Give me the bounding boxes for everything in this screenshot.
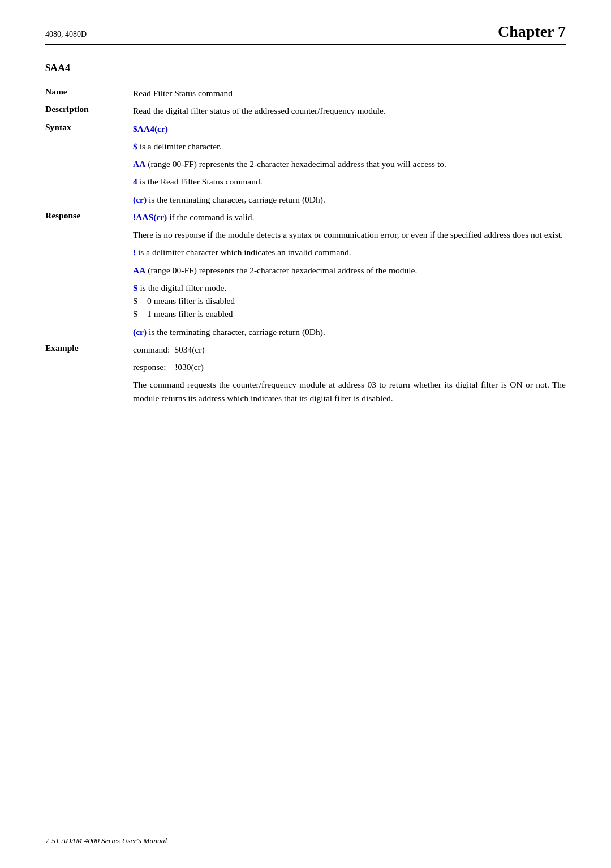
header-model: 4080, 4080D bbox=[45, 30, 87, 39]
table-row: Syntax $AA4(cr) $ is a delimiter charact… bbox=[45, 120, 566, 208]
table-row: Response !AAS(cr) if the command is vali… bbox=[45, 208, 566, 341]
example-description: The command requests the counter/frequen… bbox=[133, 378, 566, 405]
command-value: $034(cr) bbox=[174, 345, 204, 354]
response-label-ex: response: bbox=[133, 362, 166, 372]
syntax-dollar: $ bbox=[133, 141, 137, 151]
example-command-line: command: $034(cr) bbox=[133, 343, 566, 356]
example-label: Example bbox=[45, 341, 133, 407]
response-main: !AAS(cr) bbox=[133, 212, 167, 222]
page: 4080, 4080D Chapter 7 $AA4 Name Read Fil… bbox=[0, 0, 611, 868]
response-exclaim: ! bbox=[133, 247, 136, 257]
example-response-line: response: !030(cr) bbox=[133, 360, 566, 373]
name-value: Read Filter Status command bbox=[133, 84, 566, 102]
syntax-cr: (cr) bbox=[133, 195, 147, 204]
name-label: Name bbox=[45, 84, 133, 102]
footer-text: 7-51 ADAM 4000 Series User's Manual bbox=[45, 836, 167, 845]
header-chapter: Chapter 7 bbox=[498, 23, 566, 41]
syntax-aa: AA bbox=[133, 159, 145, 169]
response-s: S bbox=[133, 283, 138, 293]
table-row: Example command: $034(cr) response: !030… bbox=[45, 341, 566, 407]
syntax-main: $AA4(cr) bbox=[133, 124, 168, 134]
syntax-4: 4 bbox=[133, 177, 137, 186]
description-value: Read the digital filter status of the ad… bbox=[133, 102, 566, 119]
response-value-ex: !030(cr) bbox=[175, 362, 204, 372]
response-aa: AA bbox=[133, 265, 145, 275]
table-row: Name Read Filter Status command bbox=[45, 84, 566, 102]
syntax-value: $AA4(cr) $ is a delimiter character. AA … bbox=[133, 120, 566, 208]
response-value: !AAS(cr) if the command is valid. There … bbox=[133, 208, 566, 341]
response-cr: (cr) bbox=[133, 327, 147, 337]
response-label: Response bbox=[45, 208, 133, 341]
page-footer: 7-51 ADAM 4000 Series User's Manual bbox=[45, 836, 167, 845]
page-header: 4080, 4080D Chapter 7 bbox=[45, 23, 566, 45]
content-table: Name Read Filter Status command Descript… bbox=[45, 84, 566, 407]
section-title: $AA4 bbox=[45, 62, 566, 74]
command-label: command: bbox=[133, 345, 170, 354]
example-value: command: $034(cr) response: !030(cr) The… bbox=[133, 341, 566, 407]
chapter-label: Chapter bbox=[498, 23, 554, 40]
chapter-number: 7 bbox=[558, 23, 566, 40]
syntax-label: Syntax bbox=[45, 120, 133, 208]
description-label: Description bbox=[45, 102, 133, 119]
table-row: Description Read the digital filter stat… bbox=[45, 102, 566, 119]
